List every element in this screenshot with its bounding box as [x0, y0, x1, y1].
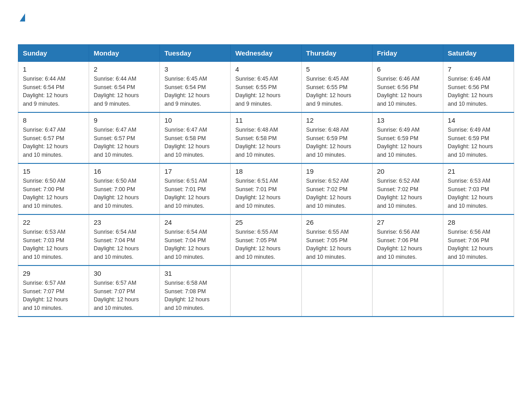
- calendar-cell: 3Sunrise: 6:45 AMSunset: 6:54 PMDaylight…: [160, 61, 231, 112]
- calendar-cell: 1Sunrise: 6:44 AMSunset: 6:54 PMDaylight…: [18, 61, 89, 112]
- calendar-cell: 9Sunrise: 6:47 AMSunset: 6:57 PMDaylight…: [89, 112, 160, 163]
- day-number: 19: [306, 167, 368, 175]
- calendar-header-row: SundayMondayTuesdayWednesdayThursdayFrid…: [18, 44, 514, 61]
- day-info: Sunrise: 6:53 AMSunset: 7:03 PMDaylight:…: [448, 177, 509, 210]
- calendar-cell: 29Sunrise: 6:57 AMSunset: 7:07 PMDayligh…: [18, 265, 89, 317]
- day-number: 29: [23, 270, 84, 277]
- column-header-friday: Friday: [372, 44, 443, 61]
- day-info: Sunrise: 6:46 AMSunset: 6:56 PMDaylight:…: [448, 75, 509, 108]
- day-info: Sunrise: 6:50 AMSunset: 7:00 PMDaylight:…: [23, 177, 84, 210]
- day-number: 30: [94, 270, 155, 277]
- calendar-cell: 21Sunrise: 6:53 AMSunset: 7:03 PMDayligh…: [443, 163, 514, 214]
- calendar-cell: 18Sunrise: 6:51 AMSunset: 7:01 PMDayligh…: [231, 163, 301, 214]
- day-info: Sunrise: 6:47 AMSunset: 6:57 PMDaylight:…: [94, 126, 155, 159]
- day-number: 10: [164, 116, 226, 124]
- day-number: 26: [306, 218, 368, 226]
- day-info: Sunrise: 6:48 AMSunset: 6:58 PMDaylight:…: [235, 126, 296, 159]
- day-info: Sunrise: 6:46 AMSunset: 6:56 PMDaylight:…: [377, 75, 438, 108]
- day-info: Sunrise: 6:55 AMSunset: 7:05 PMDaylight:…: [235, 228, 296, 261]
- day-number: 6: [377, 65, 438, 73]
- calendar-cell: 22Sunrise: 6:53 AMSunset: 7:03 PMDayligh…: [18, 214, 89, 265]
- day-info: Sunrise: 6:44 AMSunset: 6:54 PMDaylight:…: [23, 75, 84, 108]
- day-number: 31: [164, 270, 226, 277]
- calendar-cell: 4Sunrise: 6:45 AMSunset: 6:55 PMDaylight…: [231, 61, 301, 112]
- calendar-cell: 23Sunrise: 6:54 AMSunset: 7:04 PMDayligh…: [89, 214, 160, 265]
- day-number: 24: [164, 218, 226, 226]
- day-number: 15: [23, 167, 84, 175]
- day-number: 17: [164, 167, 226, 175]
- day-number: 16: [94, 167, 155, 175]
- day-info: Sunrise: 6:51 AMSunset: 7:01 PMDaylight:…: [235, 177, 296, 210]
- day-number: 7: [448, 65, 509, 73]
- day-number: 25: [235, 218, 296, 226]
- day-number: 1: [23, 65, 84, 73]
- day-info: Sunrise: 6:57 AMSunset: 7:07 PMDaylight:…: [94, 279, 155, 313]
- calendar-cell: 8Sunrise: 6:47 AMSunset: 6:57 PMDaylight…: [18, 112, 89, 163]
- calendar-cell: 11Sunrise: 6:48 AMSunset: 6:58 PMDayligh…: [231, 112, 301, 163]
- calendar-week-row: 8Sunrise: 6:47 AMSunset: 6:57 PMDaylight…: [18, 112, 514, 163]
- day-info: Sunrise: 6:57 AMSunset: 7:07 PMDaylight:…: [23, 279, 84, 313]
- day-number: 12: [306, 116, 368, 124]
- calendar-week-row: 1Sunrise: 6:44 AMSunset: 6:54 PMDaylight…: [18, 61, 514, 112]
- day-number: 18: [235, 167, 296, 175]
- calendar-cell: 10Sunrise: 6:47 AMSunset: 6:58 PMDayligh…: [160, 112, 231, 163]
- calendar-cell: 19Sunrise: 6:52 AMSunset: 7:02 PMDayligh…: [301, 163, 372, 214]
- day-number: 28: [448, 218, 509, 226]
- column-header-thursday: Thursday: [301, 44, 372, 61]
- calendar-cell: 7Sunrise: 6:46 AMSunset: 6:56 PMDaylight…: [443, 61, 514, 112]
- day-number: 5: [306, 65, 368, 73]
- day-info: Sunrise: 6:56 AMSunset: 7:06 PMDaylight:…: [448, 228, 509, 261]
- calendar-cell: [372, 265, 443, 317]
- calendar-cell: 12Sunrise: 6:48 AMSunset: 6:59 PMDayligh…: [301, 112, 372, 163]
- day-info: Sunrise: 6:58 AMSunset: 7:08 PMDaylight:…: [164, 279, 226, 313]
- calendar-cell: [301, 265, 372, 317]
- calendar-cell: 17Sunrise: 6:51 AMSunset: 7:01 PMDayligh…: [160, 163, 231, 214]
- page-header: [18, 13, 514, 35]
- calendar-cell: 20Sunrise: 6:52 AMSunset: 7:02 PMDayligh…: [372, 163, 443, 214]
- calendar-cell: 5Sunrise: 6:45 AMSunset: 6:55 PMDaylight…: [301, 61, 372, 112]
- day-info: Sunrise: 6:55 AMSunset: 7:05 PMDaylight:…: [306, 228, 368, 261]
- calendar-week-row: 22Sunrise: 6:53 AMSunset: 7:03 PMDayligh…: [18, 214, 514, 265]
- day-info: Sunrise: 6:44 AMSunset: 6:54 PMDaylight:…: [94, 75, 155, 108]
- day-number: 2: [94, 65, 155, 73]
- column-header-sunday: Sunday: [18, 44, 89, 61]
- day-info: Sunrise: 6:49 AMSunset: 6:59 PMDaylight:…: [377, 126, 438, 159]
- day-info: Sunrise: 6:47 AMSunset: 6:57 PMDaylight:…: [23, 126, 84, 159]
- day-number: 13: [377, 116, 438, 124]
- day-info: Sunrise: 6:45 AMSunset: 6:54 PMDaylight:…: [164, 75, 226, 108]
- day-info: Sunrise: 6:51 AMSunset: 7:01 PMDaylight:…: [164, 177, 226, 210]
- calendar-table: SundayMondayTuesdayWednesdayThursdayFrid…: [18, 44, 514, 317]
- calendar-cell: 27Sunrise: 6:56 AMSunset: 7:06 PMDayligh…: [372, 214, 443, 265]
- day-info: Sunrise: 6:49 AMSunset: 6:59 PMDaylight:…: [448, 126, 509, 159]
- calendar-week-row: 29Sunrise: 6:57 AMSunset: 7:07 PMDayligh…: [18, 265, 514, 317]
- calendar-cell: [231, 265, 301, 317]
- day-number: 20: [377, 167, 438, 175]
- column-header-monday: Monday: [89, 44, 160, 61]
- calendar-cell: [443, 265, 514, 317]
- day-info: Sunrise: 6:52 AMSunset: 7:02 PMDaylight:…: [306, 177, 368, 210]
- day-info: Sunrise: 6:53 AMSunset: 7:03 PMDaylight:…: [23, 228, 84, 261]
- calendar-cell: 14Sunrise: 6:49 AMSunset: 6:59 PMDayligh…: [443, 112, 514, 163]
- day-number: 22: [23, 218, 84, 226]
- day-info: Sunrise: 6:50 AMSunset: 7:00 PMDaylight:…: [94, 177, 155, 210]
- calendar-cell: 16Sunrise: 6:50 AMSunset: 7:00 PMDayligh…: [89, 163, 160, 214]
- calendar-cell: 13Sunrise: 6:49 AMSunset: 6:59 PMDayligh…: [372, 112, 443, 163]
- calendar-cell: 30Sunrise: 6:57 AMSunset: 7:07 PMDayligh…: [89, 265, 160, 317]
- calendar-cell: 25Sunrise: 6:55 AMSunset: 7:05 PMDayligh…: [231, 214, 301, 265]
- day-number: 21: [448, 167, 509, 175]
- day-info: Sunrise: 6:45 AMSunset: 6:55 PMDaylight:…: [306, 75, 368, 108]
- logo: [18, 13, 25, 35]
- day-info: Sunrise: 6:56 AMSunset: 7:06 PMDaylight:…: [377, 228, 438, 261]
- day-number: 23: [94, 218, 155, 226]
- column-header-wednesday: Wednesday: [231, 44, 301, 61]
- calendar-cell: 26Sunrise: 6:55 AMSunset: 7:05 PMDayligh…: [301, 214, 372, 265]
- day-number: 3: [164, 65, 226, 73]
- calendar-cell: 31Sunrise: 6:58 AMSunset: 7:08 PMDayligh…: [160, 265, 231, 317]
- day-info: Sunrise: 6:48 AMSunset: 6:59 PMDaylight:…: [306, 126, 368, 159]
- calendar-week-row: 15Sunrise: 6:50 AMSunset: 7:00 PMDayligh…: [18, 163, 514, 214]
- logo-block: [18, 13, 25, 35]
- day-number: 4: [235, 65, 296, 73]
- day-number: 11: [235, 116, 296, 124]
- day-info: Sunrise: 6:54 AMSunset: 7:04 PMDaylight:…: [94, 228, 155, 261]
- calendar-cell: 28Sunrise: 6:56 AMSunset: 7:06 PMDayligh…: [443, 214, 514, 265]
